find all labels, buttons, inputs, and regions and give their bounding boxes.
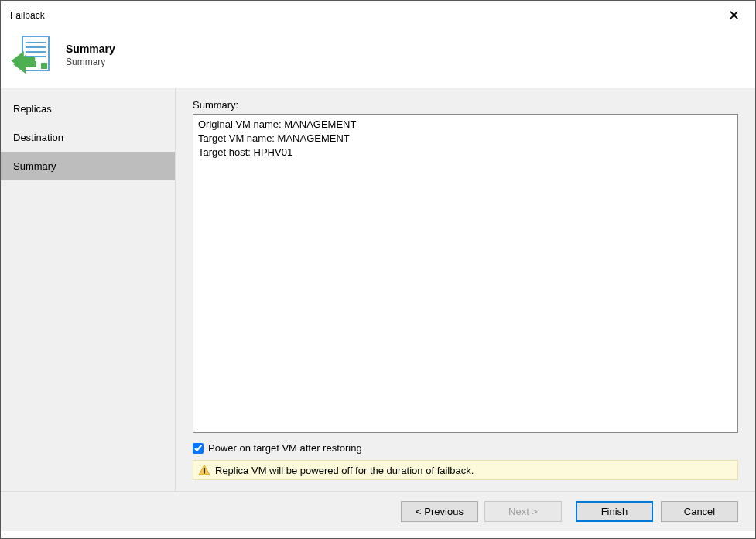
finish-button[interactable]: Finish — [576, 501, 653, 522]
power-on-label: Power on target VM after restoring — [208, 442, 362, 454]
power-on-checkbox-row[interactable]: Power on target VM after restoring — [193, 442, 738, 454]
wizard-header: Summary Summary — [1, 27, 755, 88]
svg-rect-6 — [204, 468, 205, 472]
sidebar-item-destination[interactable]: Destination — [1, 123, 175, 152]
nav-button-group: < Previous Next > — [401, 501, 562, 522]
svg-rect-7 — [204, 472, 205, 474]
cancel-button[interactable]: Cancel — [661, 501, 738, 522]
sidebar-item-label: Replicas — [13, 103, 52, 115]
next-button: Next > — [484, 501, 562, 522]
previous-button[interactable]: < Previous — [401, 501, 478, 522]
power-on-checkbox[interactable] — [193, 443, 204, 454]
sidebar-item-label: Summary — [13, 160, 56, 172]
warning-text: Replica VM will be powered off for the d… — [215, 465, 474, 476]
summary-label: Summary: — [193, 99, 738, 111]
sidebar-item-label: Destination — [13, 132, 63, 143]
titlebar: Failback ✕ — [1, 1, 755, 27]
failback-icon — [10, 33, 53, 77]
warning-icon — [198, 464, 210, 476]
header-subtitle: Summary — [66, 57, 115, 67]
header-title: Summary — [66, 43, 115, 55]
summary-textbox[interactable]: Original VM name: MANAGEMENT Target VM n… — [193, 114, 738, 433]
wizard-footer: < Previous Next > Finish Cancel — [1, 491, 755, 531]
wizard-main: Summary: Original VM name: MANAGEMENT Ta… — [176, 88, 755, 491]
close-icon[interactable]: ✕ — [722, 7, 746, 24]
wizard-sidebar: Replicas Destination Summary — [1, 88, 176, 491]
wizard-body: Replicas Destination Summary Summary: Or… — [1, 88, 755, 491]
window-title: Failback — [10, 10, 45, 21]
sidebar-item-summary[interactable]: Summary — [1, 152, 175, 180]
sidebar-item-replicas[interactable]: Replicas — [1, 94, 175, 123]
header-text: Summary Summary — [66, 43, 115, 67]
warning-banner: Replica VM will be powered off for the d… — [193, 460, 738, 480]
svg-rect-5 — [41, 63, 47, 69]
